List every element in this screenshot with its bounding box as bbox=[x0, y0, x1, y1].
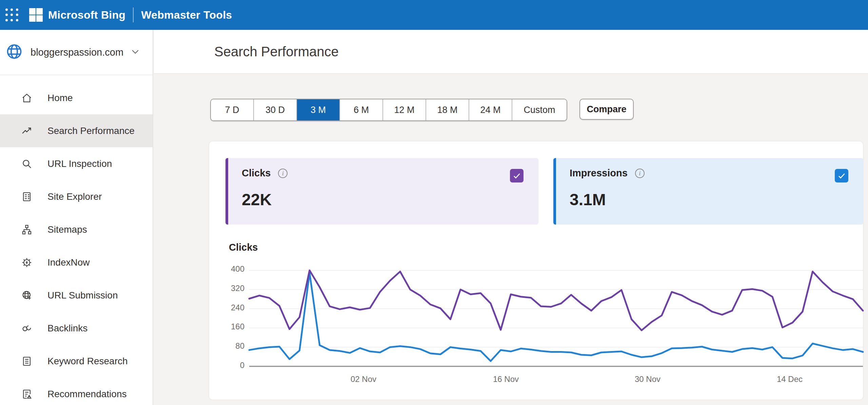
y-axis-tick: 320 bbox=[221, 284, 244, 293]
clicks-card-label: Clicks bbox=[242, 168, 271, 179]
brand-name[interactable]: Microsoft Bing bbox=[48, 9, 125, 21]
impressions-card-label: Impressions bbox=[570, 168, 628, 179]
sidebar-item-label: Home bbox=[47, 93, 73, 103]
link-icon bbox=[21, 323, 33, 334]
sidebar-nav: Home Search Performance URL Inspection S… bbox=[0, 75, 153, 405]
page-title: Search Performance bbox=[214, 44, 339, 59]
range-button-7d[interactable]: 7 D bbox=[211, 99, 254, 120]
clicks-accent-bar bbox=[225, 158, 228, 225]
compare-button[interactable]: Compare bbox=[579, 99, 634, 120]
page-header: Search Performance bbox=[154, 30, 868, 74]
product-name[interactable]: Webmaster Tools bbox=[141, 9, 232, 21]
checklist-icon bbox=[21, 191, 33, 203]
brand-divider bbox=[133, 7, 134, 22]
site-selector[interactable]: bloggerspassion.com bbox=[0, 30, 153, 75]
impressions-checkbox[interactable] bbox=[835, 169, 848, 182]
sidebar-item-sitemaps[interactable]: Sitemaps bbox=[0, 213, 153, 246]
range-button-3m[interactable]: 3 M bbox=[297, 99, 340, 120]
sidebar-item-label: URL Submission bbox=[47, 290, 118, 301]
date-range-segmented-control: 7 D 30 D 3 M 6 M 12 M 18 M 24 M Custom bbox=[210, 99, 567, 121]
clicks-card-body: Clicks i 22K bbox=[228, 158, 538, 225]
sidebar-item-site-explorer[interactable]: Site Explorer bbox=[0, 180, 153, 213]
gear-bolt-icon bbox=[21, 257, 33, 268]
chart-title: Clicks bbox=[229, 242, 258, 253]
site-name: bloggerspassion.com bbox=[31, 47, 130, 58]
clicks-checkbox[interactable] bbox=[510, 169, 524, 182]
range-button-24m[interactable]: 24 M bbox=[469, 99, 512, 120]
chevron-down-icon[interactable] bbox=[130, 46, 140, 58]
sidebar-item-indexnow[interactable]: IndexNow bbox=[0, 246, 153, 279]
sidebar-item-recommendations[interactable]: Recommendations bbox=[0, 378, 153, 405]
document-alert-icon bbox=[21, 388, 33, 400]
y-axis-tick: 160 bbox=[221, 322, 244, 331]
impressions-card-value: 3.1M bbox=[570, 190, 850, 209]
sidebar-item-search-performance[interactable]: Search Performance bbox=[0, 114, 153, 147]
sidebar-item-label: IndexNow bbox=[47, 257, 90, 268]
info-icon[interactable]: i bbox=[635, 169, 645, 178]
y-axis-tick: 240 bbox=[221, 303, 244, 312]
sidebar-item-home[interactable]: Home bbox=[0, 81, 153, 114]
search-performance-panel: Clicks i 22K Impressions i 3.1M bbox=[209, 141, 863, 400]
sidebar-item-label: Search Performance bbox=[47, 126, 135, 136]
globe-icon bbox=[5, 43, 23, 62]
clicks-chart[interactable] bbox=[249, 269, 863, 367]
range-button-custom[interactable]: Custom bbox=[512, 99, 567, 120]
x-axis-tick: 02 Nov bbox=[340, 374, 387, 384]
sidebar-item-label: Sitemaps bbox=[47, 224, 87, 235]
sidebar-item-label: Site Explorer bbox=[47, 191, 102, 202]
x-axis-tick: 14 Dec bbox=[766, 374, 813, 384]
y-axis-tick: 0 bbox=[221, 361, 244, 370]
trending-up-icon bbox=[21, 125, 33, 137]
sidebar-item-label: URL Inspection bbox=[47, 158, 112, 169]
sidebar-item-label: Recommendations bbox=[47, 389, 126, 400]
impressions-card-body: Impressions i 3.1M bbox=[556, 158, 863, 225]
range-button-12m[interactable]: 12 M bbox=[383, 99, 426, 120]
sidebar: bloggerspassion.com Home Search Performa… bbox=[0, 30, 153, 405]
globe-plus-icon bbox=[21, 290, 33, 301]
range-button-6m[interactable]: 6 M bbox=[340, 99, 383, 120]
home-icon bbox=[21, 92, 33, 104]
app-launcher-waffle-icon[interactable] bbox=[4, 7, 20, 23]
sidebar-item-url-submission[interactable]: URL Submission bbox=[0, 279, 153, 312]
bing-webmaster-tools-app: Microsoft Bing Webmaster Tools bloggersp… bbox=[0, 0, 868, 405]
clicks-metric-card[interactable]: Clicks i 22K bbox=[225, 158, 538, 225]
clicks-card-value: 22K bbox=[242, 190, 525, 209]
info-icon[interactable]: i bbox=[278, 169, 288, 178]
date-range-toolbar: 7 D 30 D 3 M 6 M 12 M 18 M 24 M Custom C… bbox=[210, 99, 634, 121]
impressions-accent-bar bbox=[553, 158, 556, 225]
x-axis-tick: 30 Nov bbox=[624, 374, 671, 384]
impressions-metric-card[interactable]: Impressions i 3.1M bbox=[553, 158, 863, 225]
clicks-chart-svg bbox=[249, 269, 863, 367]
top-bar: Microsoft Bing Webmaster Tools bbox=[0, 0, 868, 30]
document-list-icon bbox=[21, 355, 33, 367]
hierarchy-icon bbox=[21, 224, 33, 235]
x-axis-tick: 16 Nov bbox=[482, 374, 530, 384]
y-axis-tick: 80 bbox=[221, 341, 244, 351]
microsoft-logo-icon bbox=[29, 8, 43, 22]
sidebar-item-label: Backlinks bbox=[47, 323, 87, 334]
range-button-30d[interactable]: 30 D bbox=[254, 99, 297, 120]
sidebar-item-label: Keyword Research bbox=[47, 356, 128, 367]
sidebar-item-keyword-research[interactable]: Keyword Research bbox=[0, 345, 153, 378]
y-axis-tick: 400 bbox=[221, 264, 244, 274]
search-icon bbox=[21, 158, 33, 170]
range-button-18m[interactable]: 18 M bbox=[426, 99, 469, 120]
sidebar-item-backlinks[interactable]: Backlinks bbox=[0, 312, 153, 345]
sidebar-item-url-inspection[interactable]: URL Inspection bbox=[0, 147, 153, 180]
